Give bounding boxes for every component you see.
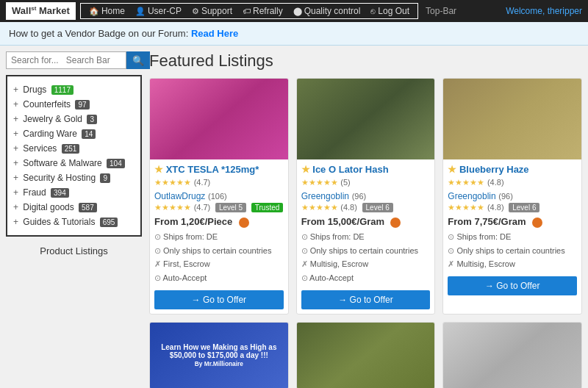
- listing-seller-stars-3: ★★★★★ (4.8) Level 6: [448, 201, 577, 212]
- listing-body-3: ★ Blueberry Haze ★★★★★ (4.8) Greengoblin…: [443, 159, 581, 300]
- listing-image-3: [443, 79, 581, 159]
- listing-card-6: [442, 322, 582, 388]
- listing-info-3: ⊙ Ships from: DE ⊙ Only ships to certain…: [448, 230, 577, 271]
- category-list: + Drugs 1117 + Counterfeits 97 + Jewelry…: [6, 75, 142, 237]
- listing-seller-stars-1: ★★★★★ (4.7) Level 5 Trusted: [154, 201, 284, 212]
- listing-seller-row-3: Greengoblin (96): [448, 190, 577, 201]
- top-bar: Wallst Market 🏠 Home 👤 User-CP ⚙ Support…: [0, 0, 588, 22]
- nav-support[interactable]: ⚙ Support: [187, 6, 237, 16]
- user-icon: 👤: [135, 7, 146, 16]
- listing-image-5: [297, 323, 435, 388]
- logout-icon: ⎋: [370, 7, 376, 15]
- read-here-link[interactable]: Read Here: [191, 28, 238, 39]
- escrow-badge-1: [239, 218, 249, 228]
- listing-image-4: Learn How we Making as High as $50,000 t…: [150, 323, 288, 388]
- listing-info-1: ⊙ Ships from: DE ⊙ Only ships to certain…: [154, 230, 284, 285]
- listings-grid: ★ XTC TESLA *125mg* ★★★★★ (4.7) OutlawDr…: [149, 78, 582, 388]
- nav-home[interactable]: 🏠 Home: [84, 6, 130, 16]
- home-icon: 🏠: [89, 7, 99, 16]
- listing-title-3: ★ Blueberry Haze: [448, 164, 577, 175]
- content: Featured Listings ★ XTC TESLA *125mg* ★★…: [149, 51, 582, 388]
- listing-card-1: ★ XTC TESLA *125mg* ★★★★★ (4.7) OutlawDr…: [149, 78, 289, 315]
- listing-title-1: ★ XTC TESLA *125mg*: [154, 164, 284, 175]
- support-icon: ⚙: [192, 7, 199, 16]
- listing-label-4: Learn How we Making as High as $50,000 t…: [156, 343, 282, 367]
- listing-image-6: [443, 323, 581, 388]
- star-icon-1: ★: [154, 164, 163, 175]
- star-icon-3: ★: [448, 164, 456, 175]
- search-button[interactable]: 🔍: [126, 51, 150, 69]
- listing-rating-3: ★★★★★ (4.8): [448, 176, 577, 187]
- cat-guides[interactable]: + Guides & Tutorials 695: [13, 215, 135, 229]
- cat-carding[interactable]: + Carding Ware 14: [13, 126, 135, 141]
- cat-digital[interactable]: + Digital goods 587: [13, 200, 135, 215]
- escrow-badge-2: [390, 218, 401, 228]
- go-to-offer-btn-1[interactable]: → Go to Offer: [154, 290, 284, 309]
- cat-software[interactable]: + Software & Malware 104: [13, 156, 135, 170]
- welcome-message: Welcome, theripper: [506, 6, 582, 16]
- logo: Wallst Market: [6, 2, 76, 19]
- listing-body-2: ★ Ice O Lator Hash ★★★★★ (5) Greengoblin…: [297, 159, 435, 314]
- listing-body-1: ★ XTC TESLA *125mg* ★★★★★ (4.7) OutlawDr…: [150, 159, 288, 314]
- listing-seller-row-2: Greengoblin (96): [301, 190, 431, 201]
- nav-refrally[interactable]: 🏷 Refrally: [237, 6, 288, 16]
- nav-quality-control[interactable]: ⬤ Quality control: [288, 6, 366, 16]
- listing-card-2: ★ Ice O Lator Hash ★★★★★ (5) Greengoblin…: [296, 78, 436, 315]
- quality-icon: ⬤: [293, 7, 302, 16]
- listing-image-1: [150, 79, 288, 159]
- search-input[interactable]: [6, 51, 126, 69]
- escrow-badge-3: [532, 218, 542, 228]
- search-bar-container: 🔍: [6, 51, 142, 69]
- listing-seller-row-1: OutlawDrugz (106): [154, 190, 284, 201]
- listing-price-3: From 7,75€/Gram: [448, 216, 577, 228]
- cat-security[interactable]: + Security & Hosting 9: [13, 170, 135, 185]
- sidebar: 🔍 + Drugs 1117 + Counterfeits 97 + Jewel…: [6, 51, 142, 388]
- listing-title-2: ★ Ice O Lator Hash: [301, 164, 431, 175]
- listing-card-4: Learn How we Making as High as $50,000 t…: [149, 322, 289, 388]
- nav-logout[interactable]: ⎋ Log Out: [365, 6, 415, 16]
- refrally-icon: 🏷: [243, 7, 251, 15]
- featured-title: Featured Listings: [149, 51, 582, 71]
- listing-seller-stars-2: ★★★★★ (4.8) Level 6: [301, 201, 431, 212]
- listing-card-5: [296, 322, 436, 388]
- go-to-offer-btn-3[interactable]: → Go to Offer: [448, 276, 577, 295]
- listing-price-1: From 1,20€/Piece: [154, 216, 284, 228]
- listing-price-2: From 15,00€/Gram: [301, 216, 431, 228]
- cat-drugs[interactable]: + Drugs 1117: [13, 82, 135, 97]
- product-listings-title: Product Listings: [6, 242, 142, 259]
- info-banner: How to get a Vendor Badge on our Forum: …: [0, 22, 588, 46]
- star-icon-2: ★: [301, 164, 310, 175]
- topbar-label: Top-Bar: [426, 6, 506, 16]
- main-layout: 🔍 + Drugs 1117 + Counterfeits 97 + Jewel…: [0, 46, 588, 388]
- nav-menu: 🏠 Home 👤 User-CP ⚙ Support 🏷 Refrally ⬤ …: [80, 3, 418, 19]
- cat-services[interactable]: + Services 251: [13, 141, 135, 156]
- cat-fraud[interactable]: + Fraud 394: [13, 185, 135, 200]
- listing-card-3: ★ Blueberry Haze ★★★★★ (4.8) Greengoblin…: [442, 78, 582, 315]
- listing-info-2: ⊙ Ships from: DE ⊙ Only ships to certain…: [301, 230, 431, 285]
- cat-counterfeits[interactable]: + Counterfeits 97: [13, 97, 135, 112]
- listing-rating-2: ★★★★★ (5): [301, 176, 431, 187]
- go-to-offer-btn-2[interactable]: → Go to Offer: [301, 290, 431, 309]
- nav-usercp[interactable]: 👤 User-CP: [130, 6, 187, 16]
- cat-jewelry[interactable]: + Jewelry & Gold 3: [13, 112, 135, 126]
- listing-image-2: [297, 79, 435, 159]
- listing-rating-1: ★★★★★ (4.7): [154, 176, 284, 187]
